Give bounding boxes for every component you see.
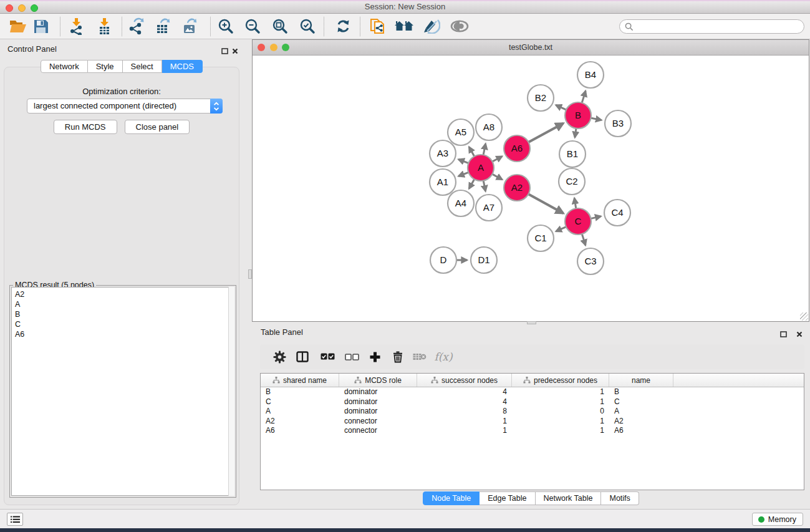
- edge-B-B4[interactable]: [582, 91, 586, 104]
- table-row-a[interactable]: Adominator80A: [261, 407, 804, 417]
- float-panel-icon[interactable]: [221, 46, 228, 57]
- result-item-a[interactable]: A: [15, 299, 234, 309]
- table-row-b[interactable]: Bdominator41B: [261, 387, 804, 397]
- cell-successor-nodes[interactable]: 1: [417, 426, 512, 436]
- cell-shared-name[interactable]: A6: [261, 426, 339, 436]
- table-options-button[interactable]: [270, 344, 289, 369]
- cell-predecessor-nodes[interactable]: 1: [512, 417, 609, 427]
- cell-shared-name[interactable]: C: [261, 397, 339, 407]
- show-columns-button[interactable]: [293, 344, 312, 369]
- delete-table-button[interactable]: [410, 344, 429, 369]
- cell-mcds-role[interactable]: connector: [339, 426, 417, 436]
- graphics-details-button[interactable]: [448, 16, 471, 37]
- cell-predecessor-nodes[interactable]: 0: [512, 407, 609, 417]
- zoom-in-button[interactable]: [215, 16, 237, 37]
- cell-shared-name[interactable]: A: [261, 407, 339, 417]
- cell-successor-nodes[interactable]: 4: [417, 387, 512, 397]
- tab-node-table[interactable]: Node Table: [423, 491, 480, 505]
- tab-edge-table[interactable]: Edge Table: [480, 491, 535, 505]
- result-scrollbar[interactable]: [228, 287, 234, 496]
- close-panel-icon[interactable]: [232, 46, 238, 57]
- cell-predecessor-nodes[interactable]: 1: [512, 387, 609, 397]
- zoom-selected-button[interactable]: [296, 16, 319, 37]
- cell-predecessor-nodes[interactable]: 1: [512, 426, 609, 436]
- splitter-handle-vertical[interactable]: [248, 269, 252, 279]
- criterion-dropdown[interactable]: largest connected component (directed): [27, 99, 223, 114]
- select-all-button[interactable]: [318, 344, 337, 369]
- float-table-panel-icon[interactable]: [780, 329, 787, 340]
- refresh-button[interactable]: [332, 16, 354, 37]
- cell-shared-name[interactable]: A2: [261, 417, 339, 427]
- tab-network[interactable]: Network: [41, 60, 88, 73]
- cell-predecessor-nodes[interactable]: 1: [512, 397, 609, 407]
- window-resize-grip[interactable]: [800, 312, 808, 321]
- cell-successor-nodes[interactable]: 8: [417, 407, 512, 417]
- search-input[interactable]: [619, 19, 804, 34]
- cell-successor-nodes[interactable]: 1: [417, 417, 512, 427]
- function-builder-button[interactable]: f(x): [431, 344, 456, 369]
- tab-mcds[interactable]: MCDS: [162, 60, 203, 73]
- close-table-panel-icon[interactable]: [796, 329, 803, 340]
- import-table-button[interactable]: [93, 16, 115, 37]
- result-item-a6[interactable]: A6: [15, 329, 234, 339]
- column-header-shared-name[interactable]: shared name: [261, 374, 339, 387]
- show-hide-panels-button[interactable]: [7, 513, 23, 526]
- export-image-button[interactable]: [179, 16, 201, 37]
- cell-successor-nodes[interactable]: 4: [417, 397, 512, 407]
- edge-C-C3[interactable]: [582, 233, 586, 245]
- home-button[interactable]: [393, 16, 415, 37]
- tab-motifs[interactable]: Motifs: [601, 491, 639, 505]
- cell-mcds-role[interactable]: connector: [339, 417, 417, 427]
- add-row-button[interactable]: [365, 344, 384, 369]
- node-label-a: A: [478, 162, 484, 173]
- minimize-window-button[interactable]: [18, 4, 26, 12]
- cell-mcds-role[interactable]: dominator: [339, 387, 417, 397]
- cell-name[interactable]: C: [609, 397, 673, 407]
- tab-style[interactable]: Style: [88, 60, 123, 73]
- table-row-c[interactable]: Cdominator41C: [261, 397, 804, 407]
- node-label-d1: D1: [478, 254, 489, 265]
- result-item-b[interactable]: B: [15, 309, 234, 319]
- zoom-out-button[interactable]: [241, 16, 264, 37]
- column-header-successor-nodes[interactable]: successor nodes: [417, 374, 512, 387]
- deselect-all-button[interactable]: [342, 344, 361, 369]
- export-network-button[interactable]: [125, 16, 148, 37]
- copy-network-button[interactable]: [367, 16, 389, 37]
- delete-row-button[interactable]: [388, 344, 407, 369]
- column-header-predecessor-nodes[interactable]: predecessor nodes: [512, 374, 609, 387]
- maximize-window-button[interactable]: [31, 4, 38, 12]
- save-session-button[interactable]: [29, 16, 52, 37]
- cell-name[interactable]: A2: [609, 417, 673, 427]
- network-minimize-button[interactable]: [270, 44, 277, 51]
- column-type-icon: [523, 377, 531, 384]
- annotation-visibility-button[interactable]: [420, 16, 443, 37]
- tab-select[interactable]: Select: [123, 60, 162, 73]
- zoom-fit-button[interactable]: [269, 16, 291, 37]
- cell-name[interactable]: A6: [609, 426, 673, 436]
- table-row-a2[interactable]: A2connector11A2: [261, 417, 804, 427]
- cell-mcds-role[interactable]: dominator: [339, 407, 417, 417]
- tab-network-table[interactable]: Network Table: [536, 491, 602, 505]
- close-panel-button[interactable]: Close panel: [125, 120, 190, 134]
- edge-A2-C[interactable]: [528, 193, 564, 213]
- network-maximize-button[interactable]: [282, 44, 289, 51]
- column-header-name[interactable]: name: [609, 374, 673, 387]
- cell-name[interactable]: B: [609, 387, 673, 397]
- column-header-mcds-role[interactable]: MCDS role: [339, 374, 417, 387]
- cell-mcds-role[interactable]: dominator: [339, 397, 417, 407]
- open-session-button[interactable]: [6, 16, 29, 37]
- run-mcds-button[interactable]: Run MCDS: [54, 120, 117, 134]
- close-window-button[interactable]: [6, 4, 13, 12]
- table-row-a6[interactable]: A6connector11A6: [261, 426, 804, 436]
- network-close-button[interactable]: [258, 44, 265, 51]
- cell-shared-name[interactable]: B: [261, 387, 339, 397]
- result-item-a2[interactable]: A2: [15, 289, 234, 299]
- import-network-button[interactable]: [65, 16, 87, 37]
- mcds-result-list[interactable]: A2ABCA6: [11, 287, 234, 496]
- cell-name[interactable]: A: [609, 407, 673, 417]
- memory-button[interactable]: Memory: [752, 513, 803, 526]
- export-table-button[interactable]: [152, 16, 175, 37]
- result-item-c[interactable]: C: [15, 319, 234, 329]
- network-canvas[interactable]: AA1A2A3A4A5A6A7A8BB1B2B3B4CC1C2C3C4DD1: [253, 56, 809, 321]
- edge-A6-B[interactable]: [528, 123, 564, 143]
